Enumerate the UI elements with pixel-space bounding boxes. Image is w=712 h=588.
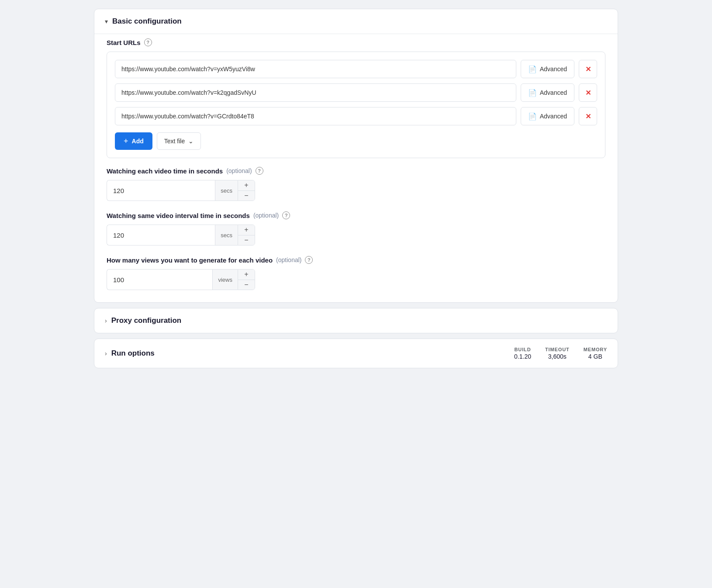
start-urls-help[interactable]: ? xyxy=(144,38,152,46)
run-options-header[interactable]: › Run options BUILD 0.1.20 TIMEOUT 3,600… xyxy=(94,339,618,368)
watch-time-input-row: secs + − xyxy=(107,180,255,201)
run-options-meta: BUILD 0.1.20 TIMEOUT 3,600s MEMORY 4 GB xyxy=(514,347,607,360)
timeout-val: 3,600s xyxy=(548,353,567,360)
watch-time-section: Watching each video time in seconds (opt… xyxy=(107,167,605,201)
text-file-button[interactable]: Text file ⌄ xyxy=(157,132,201,150)
interval-time-decrement[interactable]: − xyxy=(238,235,255,246)
advanced-btn-3[interactable]: 📄 Advanced xyxy=(521,107,574,125)
url-input-2[interactable] xyxy=(115,83,516,102)
views-help[interactable]: ? xyxy=(305,256,313,264)
urls-actions-row: + Add Text file ⌄ xyxy=(115,132,597,150)
advanced-btn-1[interactable]: 📄 Advanced xyxy=(521,60,574,78)
views-input[interactable] xyxy=(107,269,212,290)
remove-btn-2[interactable]: ✕ xyxy=(579,83,597,102)
views-section: How many views you want to generate for … xyxy=(107,256,605,290)
url-row-1: 📄 Advanced ✕ xyxy=(115,60,597,78)
interval-time-input[interactable] xyxy=(107,225,215,246)
url-input-1[interactable] xyxy=(115,60,516,78)
doc-icon-3: 📄 xyxy=(528,112,537,121)
timeout-key: TIMEOUT xyxy=(545,347,570,352)
proxy-config-title: Proxy configuration xyxy=(111,316,182,325)
add-url-button[interactable]: + Add xyxy=(115,132,152,150)
url-input-3[interactable] xyxy=(115,107,516,125)
remove-btn-3[interactable]: ✕ xyxy=(579,107,597,125)
start-urls-label: Start URLs ? xyxy=(107,38,605,46)
interval-time-help[interactable]: ? xyxy=(282,211,290,219)
proxy-config-chevron: › xyxy=(105,317,107,324)
start-urls-section: Start URLs ? 📄 Advanced ✕ xyxy=(107,38,605,158)
page-container: ▾ Basic configuration Start URLs ? 📄 Adv… xyxy=(94,9,618,368)
urls-container: 📄 Advanced ✕ 📄 Advanced ✕ xyxy=(107,52,605,158)
doc-icon-1: 📄 xyxy=(528,65,537,73)
run-options-section: › Run options BUILD 0.1.20 TIMEOUT 3,600… xyxy=(94,339,618,368)
basic-config-body: Start URLs ? 📄 Advanced ✕ xyxy=(94,34,618,302)
run-options-title: Run options xyxy=(111,349,155,358)
views-label: How many views you want to generate for … xyxy=(107,256,605,264)
basic-config-section: ▾ Basic configuration Start URLs ? 📄 Adv… xyxy=(94,9,618,303)
interval-time-increment[interactable]: + xyxy=(238,225,255,235)
interval-time-section: Watching same video interval time in sec… xyxy=(107,211,605,246)
watch-time-unit: secs xyxy=(215,180,238,201)
interval-time-label: Watching same video interval time in sec… xyxy=(107,211,605,219)
basic-config-title: Basic configuration xyxy=(112,17,182,26)
run-options-chevron: › xyxy=(105,350,107,357)
watch-time-decrement[interactable]: − xyxy=(238,191,255,201)
views-unit: views xyxy=(212,269,238,290)
proxy-config-section: › Proxy configuration xyxy=(94,308,618,333)
memory-val: 4 GB xyxy=(588,353,602,360)
run-options-left: › Run options xyxy=(105,349,155,358)
url-row-2: 📄 Advanced ✕ xyxy=(115,83,597,102)
basic-config-chevron: ▾ xyxy=(105,18,108,25)
watch-time-help[interactable]: ? xyxy=(256,167,263,175)
text-file-chevron-icon: ⌄ xyxy=(188,138,194,145)
memory-key: MEMORY xyxy=(584,347,607,352)
watch-time-stepper: + − xyxy=(238,180,255,201)
build-meta: BUILD 0.1.20 xyxy=(514,347,531,360)
watch-time-increment[interactable]: + xyxy=(238,180,255,191)
watch-time-input[interactable] xyxy=(107,180,215,201)
views-input-row: views + − xyxy=(107,269,255,290)
timeout-meta: TIMEOUT 3,600s xyxy=(545,347,570,360)
proxy-config-header[interactable]: › Proxy configuration xyxy=(94,308,618,333)
basic-config-header[interactable]: ▾ Basic configuration xyxy=(94,9,618,34)
views-stepper: + − xyxy=(238,269,255,290)
views-increment[interactable]: + xyxy=(238,270,255,280)
views-decrement[interactable]: − xyxy=(238,280,255,290)
build-key: BUILD xyxy=(514,347,531,352)
interval-time-stepper: + − xyxy=(238,225,255,246)
memory-meta: MEMORY 4 GB xyxy=(584,347,607,360)
add-plus-icon: + xyxy=(124,137,128,145)
interval-time-unit: secs xyxy=(215,225,238,246)
watch-time-label: Watching each video time in seconds (opt… xyxy=(107,167,605,175)
interval-time-input-row: secs + − xyxy=(107,225,255,246)
build-val: 0.1.20 xyxy=(514,353,531,360)
remove-btn-1[interactable]: ✕ xyxy=(579,60,597,78)
advanced-btn-2[interactable]: 📄 Advanced xyxy=(521,83,574,102)
url-row-3: 📄 Advanced ✕ xyxy=(115,107,597,125)
doc-icon-2: 📄 xyxy=(528,89,537,97)
